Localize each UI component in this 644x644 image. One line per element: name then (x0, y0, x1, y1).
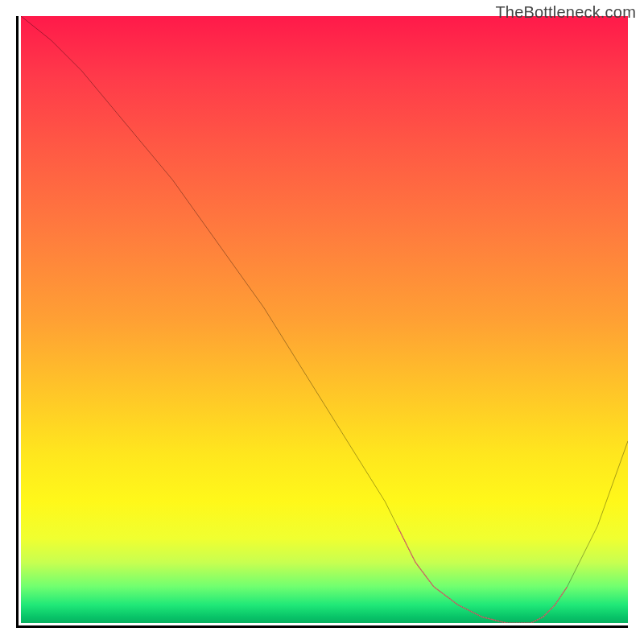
chart-overlay (21, 16, 628, 623)
plot-area (16, 16, 628, 628)
bottleneck-curve-line (21, 16, 628, 623)
watermark-text: TheBottleneck.com (495, 3, 636, 22)
bottleneck-chart: TheBottleneck.com (0, 0, 644, 644)
optimal-zone-highlight (397, 526, 567, 623)
